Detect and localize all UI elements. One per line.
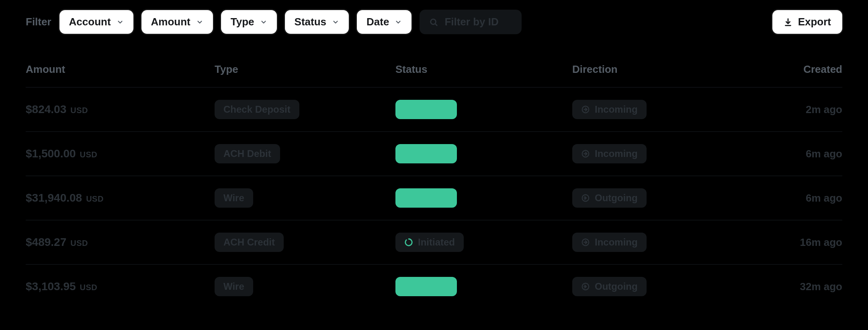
cell-type: ACH Debit [215,144,395,163]
cell-direction: Outgoing [572,277,757,296]
status-pill: Complete [395,277,457,296]
transactions-table: Amount Type Status Direction Created $82… [26,63,842,308]
status-label: Complete [404,281,448,292]
filter-label: Filter [26,16,51,28]
arrow-out-icon [581,282,590,291]
filter-bar: Filter Account Amount Type Status [26,10,842,34]
type-label: Check Deposit [223,104,291,115]
amount-currency: USD [86,194,104,204]
status-label: Complete [404,104,448,115]
col-status: Status [395,63,572,76]
cell-type: Wire [215,188,395,208]
cell-direction: Incoming [572,233,757,252]
type-pill: Wire [215,277,253,296]
filter-amount-label: Amount [151,16,190,28]
cell-direction: Incoming [572,144,757,163]
cell-type: Check Deposit [215,100,395,119]
chevron-down-icon [395,19,402,26]
cell-status: Complete [395,277,572,296]
cell-status: Complete [395,100,572,119]
table-header: Amount Type Status Direction Created [26,63,842,87]
arrow-in-icon [581,105,590,114]
amount-value: $31,940.08 [26,192,82,204]
cell-amount: $1,500.00USD [26,147,215,160]
type-pill: ACH Credit [215,233,284,252]
col-direction: Direction [572,63,757,76]
amount-currency: USD [70,106,88,115]
direction-label: Incoming [595,237,638,248]
spinner-icon [404,238,413,247]
direction-pill: Incoming [572,233,647,252]
filter-status-button[interactable]: Status [285,10,349,34]
status-pill: Initiated [395,233,464,252]
export-button[interactable]: Export [772,10,842,34]
chevron-down-icon [332,19,339,26]
amount-value: $489.27 [26,236,66,249]
direction-label: Incoming [595,148,638,159]
filter-type-label: Type [231,16,254,28]
cell-amount: $824.03USD [26,103,215,116]
type-label: Wire [223,192,244,204]
cell-created: 16m ago [757,236,842,249]
amount-currency: USD [80,283,98,292]
status-label: Complete [404,192,448,204]
chevron-down-icon [117,19,124,26]
table-row[interactable]: $31,940.08USDWireCompleteOutgoing6m ago [26,175,842,220]
direction-pill: Incoming [572,144,647,163]
amount-value: $824.03 [26,103,66,116]
direction-pill: Outgoing [572,188,647,208]
col-amount: Amount [26,63,215,76]
cell-created: 32m ago [757,280,842,293]
table-row[interactable]: $824.03USDCheck DepositCompleteIncoming2… [26,87,842,131]
status-label: Complete [404,148,448,159]
cell-direction: Outgoing [572,188,757,208]
filter-type-button[interactable]: Type [221,10,277,34]
filter-account-label: Account [69,16,111,28]
col-created: Created [757,63,842,76]
table-row[interactable]: $1,500.00USDACH DebitCompleteIncoming6m … [26,131,842,175]
filter-amount-button[interactable]: Amount [141,10,213,34]
cell-status: Complete [395,144,572,163]
cell-status: Initiated [395,233,572,252]
filter-date-label: Date [366,16,389,28]
amount-value: $1,500.00 [26,147,76,160]
type-pill: Check Deposit [215,100,299,119]
arrow-out-icon [581,194,590,202]
cell-created: 6m ago [757,192,842,204]
cell-amount: $3,103.95USD [26,280,215,293]
export-label: Export [798,16,831,28]
amount-currency: USD [80,150,98,159]
table-row[interactable]: $3,103.95USDWireCompleteOutgoing32m ago [26,264,842,308]
direction-pill: Outgoing [572,277,647,296]
table-row[interactable]: $489.27USDACH CreditInitiatedIncoming16m… [26,220,842,264]
amount-value: $3,103.95 [26,280,76,293]
type-label: ACH Credit [223,237,275,248]
filter-date-button[interactable]: Date [357,10,411,34]
cell-type: ACH Credit [215,233,395,252]
cell-created: 6m ago [757,148,842,160]
type-label: Wire [223,281,244,292]
direction-pill: Incoming [572,100,647,119]
status-label: Initiated [418,237,455,248]
type-label: ACH Debit [223,148,271,159]
cell-amount: $31,940.08USD [26,192,215,204]
download-icon [784,18,792,27]
arrow-in-icon [581,149,590,158]
search-icon [429,18,438,27]
filter-id-input[interactable] [444,15,512,29]
chevron-down-icon [196,19,203,26]
filter-status-label: Status [295,16,326,28]
col-type: Type [215,63,395,76]
filter-account-button[interactable]: Account [59,10,133,34]
cell-direction: Incoming [572,100,757,119]
status-pill: Complete [395,100,457,119]
filter-id-search[interactable] [420,10,522,34]
arrow-in-icon [581,238,590,247]
direction-label: Incoming [595,104,638,115]
cell-type: Wire [215,277,395,296]
cell-created: 2m ago [757,103,842,116]
chevron-down-icon [260,19,267,26]
type-pill: ACH Debit [215,144,280,163]
amount-currency: USD [70,239,88,248]
cell-status: Complete [395,188,572,208]
